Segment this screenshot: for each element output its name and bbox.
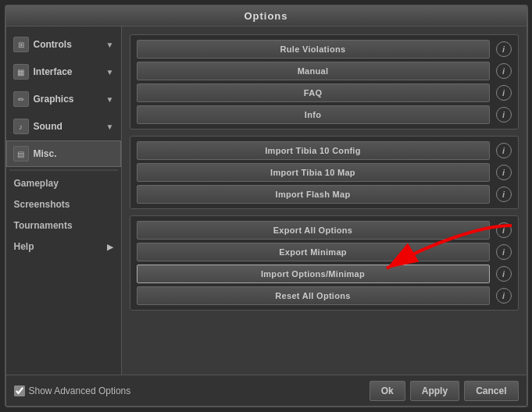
rule-violations-button[interactable]: Rule Violations [137,40,490,59]
faq-button[interactable]: FAQ [137,83,490,102]
info-button-group: Rule Violations i Manual i FAQ i Info i [130,34,519,130]
chevron-right-icon: ▶ [107,243,113,251]
import-options-minimap-info-icon[interactable]: i [496,266,512,282]
apply-button[interactable]: Apply [410,381,459,401]
import-button-group: Import Tibia 10 Config i Import Tibia 10… [130,136,519,209]
import-flash-map-row: Import Flash Map i [137,185,512,204]
misc-icon: ▤ [13,146,29,162]
sidebar-item-label: Sound [34,121,102,132]
sidebar-item-graphics[interactable]: ✏ Graphics ▼ [6,86,121,112]
reset-all-options-button[interactable]: Reset All Options [137,286,490,305]
sidebar-item-label: Misc. [34,148,114,159]
info-button[interactable]: Info [137,105,490,124]
sidebar-item-gameplay[interactable]: Gameplay [6,173,121,194]
sidebar-item-label: Graphics [34,94,102,105]
sidebar-item-label: Screenshots [14,199,70,210]
show-advanced-text: Show Advanced Options [29,385,131,396]
sidebar-item-label: Help [14,241,34,252]
bottom-bar: Show Advanced Options Ok Apply Cancel [6,375,527,406]
main-panel: Rule Violations i Manual i FAQ i Info i [122,27,527,375]
faq-info-icon[interactable]: i [496,85,512,101]
sidebar-item-label: Interface [34,66,102,77]
show-advanced-checkbox[interactable] [14,385,25,396]
chevron-icon: ▼ [106,68,114,76]
controls-icon: ⊞ [13,37,29,52]
export-all-options-info-icon[interactable]: i [496,222,512,238]
manual-row: Manual i [137,62,512,80]
sidebar-item-label: Gameplay [14,178,59,189]
rule-violations-info-icon[interactable]: i [496,41,512,57]
export-minimap-row: Export Minimap i [137,243,512,261]
import-options-minimap-row: Import Options/Minimap i [137,265,512,283]
sidebar-item-tournaments[interactable]: Tournaments [6,215,121,236]
import-flash-map-info-icon[interactable]: i [496,186,512,202]
dialog-content: ⊞ Controls ▼ ▦ Interface ▼ ✏ Graphics ▼ … [6,27,527,375]
sound-icon: ♪ [13,119,29,134]
export-minimap-button[interactable]: Export Minimap [137,243,490,261]
import-options-minimap-button[interactable]: Import Options/Minimap [137,265,490,283]
import-tibia10-config-button[interactable]: Import Tibia 10 Config [137,141,490,160]
chevron-icon: ▼ [106,41,114,49]
sidebar-item-label: Tournaments [14,220,73,231]
sidebar-item-misc[interactable]: ▤ Misc. [6,140,121,167]
manual-button[interactable]: Manual [137,62,490,80]
graphics-icon: ✏ [13,91,29,107]
import-tibia10-config-info-icon[interactable]: i [496,143,512,158]
reset-all-options-info-icon[interactable]: i [496,288,512,304]
sidebar: ⊞ Controls ▼ ▦ Interface ▼ ✏ Graphics ▼ … [6,27,122,375]
import-tibia10-map-button[interactable]: Import Tibia 10 Map [137,163,490,182]
export-all-options-row: Export All Options i [137,221,512,240]
show-advanced-label[interactable]: Show Advanced Options [14,385,365,396]
cancel-button[interactable]: Cancel [464,381,518,401]
sidebar-item-interface[interactable]: ▦ Interface ▼ [6,59,121,85]
import-tibia10-map-info-icon[interactable]: i [496,165,512,180]
chevron-icon: ▼ [106,95,114,104]
manual-info-icon[interactable]: i [496,63,512,79]
sidebar-item-label: Controls [34,39,102,50]
reset-all-options-row: Reset All Options i [137,286,512,305]
options-dialog: Options ⊞ Controls ▼ ▦ Interface ▼ ✏ Gra… [5,5,528,407]
dialog-title: Options [6,6,527,27]
export-button-group: Export All Options i Export Minimap i Im… [130,215,519,311]
export-minimap-info-icon[interactable]: i [496,244,512,260]
info-row: Info i [137,105,512,124]
sidebar-item-help[interactable]: Help ▶ [6,236,121,257]
sidebar-item-screenshots[interactable]: Screenshots [6,194,121,215]
sidebar-item-sound[interactable]: ♪ Sound ▼ [6,113,121,140]
import-flash-map-button[interactable]: Import Flash Map [137,185,490,204]
info-info-icon[interactable]: i [496,107,512,123]
sidebar-item-controls[interactable]: ⊞ Controls ▼ [6,31,121,58]
interface-icon: ▦ [13,64,29,80]
export-all-options-button[interactable]: Export All Options [137,221,490,240]
sidebar-divider [9,169,118,171]
import-tibia10-map-row: Import Tibia 10 Map i [137,163,512,182]
faq-row: FAQ i [137,83,512,102]
chevron-icon: ▼ [106,123,114,131]
rule-violations-row: Rule Violations i [137,40,512,59]
import-tibia10-config-row: Import Tibia 10 Config i [137,141,512,160]
ok-button[interactable]: Ok [370,381,405,401]
